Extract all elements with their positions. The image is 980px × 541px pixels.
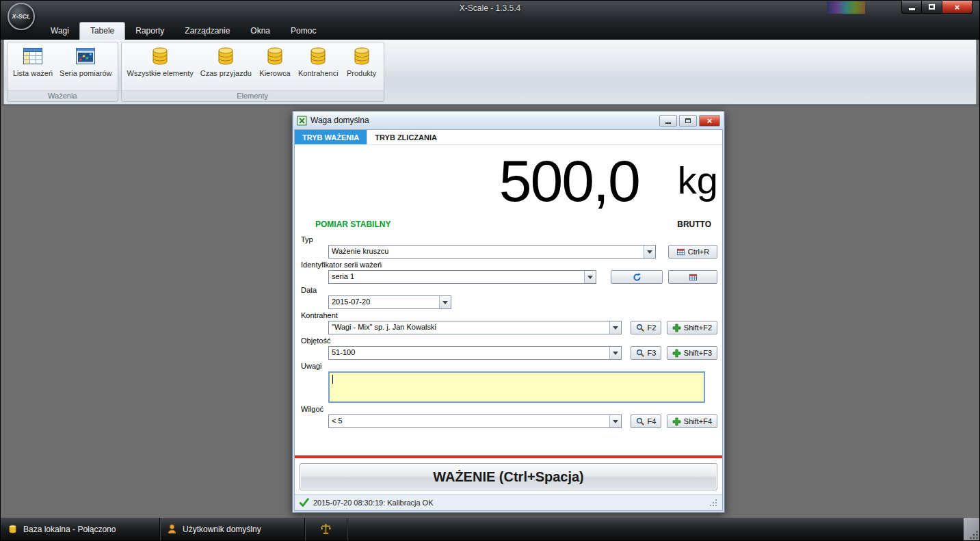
combobox-value: < 5	[329, 415, 609, 427]
statusbar-user-section: Użytkownik domyślny	[160, 518, 305, 540]
refresh-icon	[633, 273, 641, 282]
ribbon-item-lista-wazen[interactable]: Lista ważeń	[10, 44, 56, 90]
maximize-button[interactable]	[679, 115, 697, 127]
minimize-button[interactable]	[659, 115, 677, 127]
ribbon-item-seria-pomiarow[interactable]: Seria pomiarów	[56, 44, 115, 90]
ribbon-item-produkty[interactable]: Produkty	[342, 44, 382, 90]
ribbon-group-elementy: Wszystkie elementy Czas przyjazdu Kierow…	[121, 42, 384, 102]
minimize-button[interactable]	[901, 1, 922, 14]
statusbar-database-section: Baza lokalna - Połączono	[1, 518, 160, 540]
app-titlebar[interactable]: X-SCL X-Scale - 1.3.5.4 × Wagi Tabele Ra…	[1, 1, 979, 40]
close-button[interactable]: ×	[942, 1, 972, 14]
ribbon: Lista ważeń Seria pomiarów Ważenia Wszys…	[3, 40, 977, 105]
date-combobox[interactable]: 2015-07-20	[328, 295, 451, 309]
notes-textarea[interactable]	[328, 371, 705, 403]
chevron-down-icon[interactable]	[644, 246, 655, 258]
desktop-color-artifact	[827, 1, 865, 14]
chevron-down-icon[interactable]	[609, 415, 621, 427]
tab-tryb-wazenia[interactable]: TRYB WAŻENIA	[295, 130, 367, 144]
plus-icon	[672, 349, 681, 358]
ribbon-item-czas-przyjazdu[interactable]: Czas przyjazdu	[197, 44, 255, 90]
type-select-button[interactable]: Ctrl+R	[668, 245, 717, 259]
contractor-add-button[interactable]: Shift+F2	[667, 321, 717, 334]
tab-okna[interactable]: Okna	[240, 23, 280, 40]
measurement-series-chart-icon	[75, 45, 96, 67]
series-combobox[interactable]: seria 1	[328, 270, 596, 284]
humidity-combobox[interactable]: < 5	[328, 414, 622, 428]
weight-mode-badge: BRUTTO	[677, 220, 711, 229]
button-label: Shift+F2	[684, 324, 712, 332]
maximize-button[interactable]	[922, 1, 942, 14]
database-icon	[149, 45, 171, 67]
button-label: F2	[648, 324, 657, 332]
user-status: Użytkownik domyślny	[183, 525, 261, 534]
database-icon	[8, 524, 18, 534]
notes-label: Uwagi	[301, 362, 717, 370]
tab-raporty[interactable]: Raporty	[125, 23, 174, 40]
button-label: F4	[648, 417, 657, 425]
maximize-icon	[929, 4, 935, 10]
volume-combobox[interactable]: 51-100	[328, 346, 622, 360]
series-new-button[interactable]	[668, 270, 717, 284]
database-icon	[264, 45, 286, 67]
window-caption-buttons: ×	[901, 1, 972, 14]
type-label: Typ	[301, 235, 717, 243]
weighing-form: Typ Ważenie kruszcu Ctrl+R	[295, 233, 722, 428]
weigh-button[interactable]: WAŻENIE (Ctrl+Spacja)	[300, 463, 717, 490]
measurement-statusline: POMIAR STABILNY BRUTTO	[295, 216, 722, 233]
window-resize-grip[interactable]	[708, 498, 718, 507]
contractor-search-button[interactable]: F2	[631, 321, 661, 334]
close-icon: ×	[707, 116, 713, 125]
ribbon-item-label: Wszystkie elementy	[127, 69, 194, 77]
ribbon-item-label: Kontrahenci	[298, 69, 339, 77]
close-button[interactable]: ×	[699, 115, 720, 127]
minimize-icon	[909, 8, 915, 10]
type-combobox[interactable]: Ważenie kruszcu	[328, 245, 656, 259]
chevron-down-icon[interactable]	[584, 271, 596, 283]
ribbon-tab-bar: Wagi Tabele Raporty Zarządzanie Okna Pom…	[40, 21, 326, 40]
ribbon-item-kierowca[interactable]: Kierowca	[255, 44, 295, 90]
chevron-down-icon[interactable]	[609, 347, 621, 359]
ribbon-item-label: Lista ważeń	[13, 69, 53, 77]
humidity-add-button[interactable]: Shift+F4	[667, 414, 717, 428]
ribbon-item-kontrahenci[interactable]: Kontrahenci	[295, 44, 342, 90]
scale-window-title: Waga domyślna	[310, 116, 656, 125]
tab-pomoc[interactable]: Pomoc	[280, 23, 326, 40]
check-icon	[299, 497, 309, 507]
combobox-value: "Wagi - Mix" sp. j. Jan Kowalski	[329, 321, 609, 334]
combobox-value: Ważenie kruszcu	[329, 246, 644, 258]
plus-icon	[672, 417, 681, 426]
weighings-table-icon	[22, 45, 44, 67]
database-icon	[351, 45, 373, 67]
application-window: X-SCL X-Scale - 1.3.5.4 × Wagi Tabele Ra…	[0, 0, 980, 541]
chevron-down-icon[interactable]	[439, 296, 451, 308]
app-resize-grip[interactable]	[964, 518, 979, 540]
chevron-down-icon[interactable]	[609, 321, 621, 334]
volume-search-button[interactable]: F3	[631, 346, 661, 360]
tab-tabele[interactable]: Tabele	[79, 22, 125, 40]
scale-window-content: TRYB WAŻENIA TRYB ZLICZANIA 500,0 kg POM…	[294, 129, 723, 511]
contractor-label: Kontrahent	[301, 311, 717, 319]
contractor-combobox[interactable]: "Wagi - Mix" sp. j. Jan Kowalski	[328, 321, 622, 334]
ribbon-group-label: Ważenia	[8, 90, 118, 101]
tab-wagi[interactable]: Wagi	[40, 23, 79, 40]
series-refresh-button[interactable]	[611, 270, 663, 284]
scale-window-titlebar[interactable]: Waga domyślna ×	[294, 111, 723, 129]
ribbon-item-label: Czas przyjazdu	[200, 69, 252, 77]
ribbon-item-wszystkie-elementy[interactable]: Wszystkie elementy	[124, 44, 197, 90]
mdi-workspace: Waga domyślna × TRYB WAŻENIA TRYB ZLICZA…	[1, 105, 979, 518]
plus-icon	[672, 324, 681, 332]
tab-tryb-zliczania[interactable]: TRYB ZLICZANIA	[367, 130, 445, 144]
humidity-search-button[interactable]: F4	[631, 414, 661, 428]
combobox-value: 51-100	[329, 347, 609, 359]
volume-add-button[interactable]: Shift+F3	[667, 346, 717, 360]
combobox-value: 2015-07-20	[329, 296, 439, 308]
database-icon	[307, 45, 329, 67]
scale-window-icon	[297, 116, 307, 126]
ribbon-item-label: Produkty	[347, 69, 376, 77]
database-icon	[215, 45, 237, 67]
scale-table-icon	[676, 248, 685, 256]
series-table-icon	[689, 273, 698, 282]
tab-zarzadzanie[interactable]: Zarządzanie	[174, 23, 240, 40]
search-icon	[636, 417, 645, 426]
